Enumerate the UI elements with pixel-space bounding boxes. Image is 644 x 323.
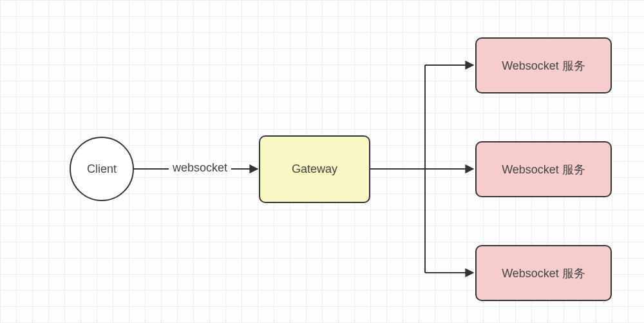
node-service1-label: Websocket 服务 — [502, 58, 585, 73]
edge-label-client-gateway: websocket — [169, 161, 231, 175]
node-service2-label: Websocket 服务 — [502, 162, 585, 177]
node-service1: Websocket 服务 — [475, 37, 612, 93]
node-client-label: Client — [87, 162, 117, 176]
node-service2: Websocket 服务 — [475, 141, 612, 197]
node-gateway: Gateway — [259, 135, 370, 203]
node-service3: Websocket 服务 — [475, 245, 612, 301]
node-gateway-label: Gateway — [292, 162, 337, 176]
node-client: Client — [70, 137, 134, 201]
diagram-canvas: websocket Client Gateway Websocket 服务 We… — [0, 0, 644, 323]
node-service3-label: Websocket 服务 — [502, 266, 585, 281]
